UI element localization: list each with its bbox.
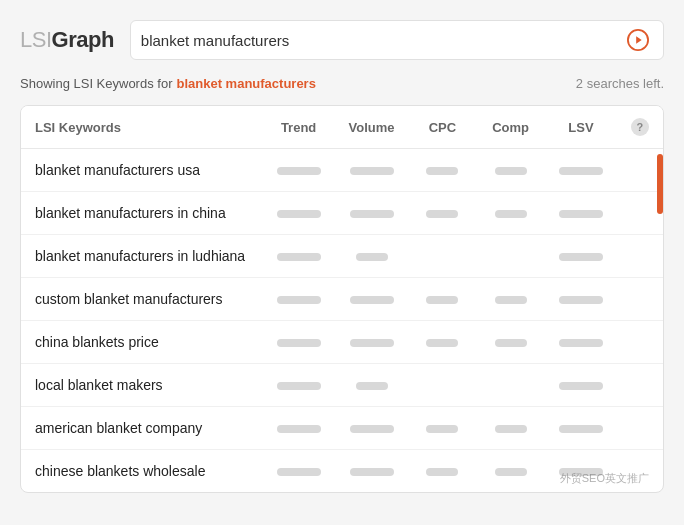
volume-cell (335, 235, 409, 278)
volume-cell (335, 278, 409, 321)
volume-bar (356, 253, 388, 261)
lsv-cell (545, 364, 617, 407)
search-input[interactable] (141, 32, 623, 49)
lsv-bar (559, 339, 603, 347)
lsv-bar (559, 382, 603, 390)
keyword-cell: american blanket company (21, 407, 263, 450)
volume-bar (350, 296, 394, 304)
col-header-cpc[interactable]: CPC (409, 106, 477, 149)
comp-cell (476, 235, 545, 278)
search-button[interactable] (623, 25, 653, 55)
cpc-cell (409, 235, 477, 278)
info-cell (617, 321, 663, 364)
logo-graph: Graph (52, 27, 114, 53)
cpc-bar (426, 339, 458, 347)
trend-bar (277, 253, 321, 261)
table-row[interactable]: chinese blankets wholesale (21, 450, 663, 493)
comp-bar (495, 339, 527, 347)
trend-cell (263, 192, 335, 235)
info-icon[interactable]: ? (631, 118, 649, 136)
cpc-cell (409, 278, 477, 321)
comp-bar (495, 167, 527, 175)
comp-bar (495, 210, 527, 218)
info-cell (617, 235, 663, 278)
trend-bar (277, 296, 321, 304)
cpc-bar (426, 167, 458, 175)
trend-cell (263, 149, 335, 192)
volume-cell (335, 450, 409, 493)
lsv-bar (559, 210, 603, 218)
comp-cell (476, 450, 545, 493)
showing-text: Showing LSI Keywords for (20, 76, 172, 91)
cpc-cell (409, 450, 477, 493)
lsv-cell (545, 450, 617, 493)
volume-cell (335, 364, 409, 407)
cpc-bar (426, 296, 458, 304)
lsv-bar (559, 167, 603, 175)
search-arrow-icon (627, 29, 649, 51)
col-header-volume[interactable]: Volume (335, 106, 409, 149)
keyword-cell: chinese blankets wholesale (21, 450, 263, 493)
lsv-cell (545, 407, 617, 450)
volume-bar (356, 382, 388, 390)
col-header-trend[interactable]: Trend (263, 106, 335, 149)
comp-cell (476, 407, 545, 450)
table-row[interactable]: local blanket makers (21, 364, 663, 407)
trend-cell (263, 450, 335, 493)
keyword-cell: china blankets price (21, 321, 263, 364)
cpc-cell (409, 321, 477, 364)
lsv-bar (559, 296, 603, 304)
table-row[interactable]: blanket manufacturers usa (21, 149, 663, 192)
info-cell (617, 450, 663, 493)
trend-cell (263, 407, 335, 450)
table-body: blanket manufacturers usablanket manufac… (21, 149, 663, 493)
info-cell (617, 407, 663, 450)
searches-left: 2 searches left. (576, 76, 664, 91)
lsv-bar (559, 468, 603, 476)
trend-bar (277, 425, 321, 433)
table-row[interactable]: blanket manufacturers in china (21, 192, 663, 235)
comp-bar (495, 296, 527, 304)
table-row[interactable]: china blankets price (21, 321, 663, 364)
app-container: LSIGraph Showing LSI Keywords for blanke… (0, 0, 684, 525)
cpc-cell (409, 407, 477, 450)
lsv-bar (559, 253, 603, 261)
trend-bar (277, 339, 321, 347)
comp-cell (476, 278, 545, 321)
keyword-cell: blanket manufacturers in ludhiana (21, 235, 263, 278)
comp-cell (476, 321, 545, 364)
cpc-bar (426, 468, 458, 476)
volume-cell (335, 321, 409, 364)
volume-bar (350, 339, 394, 347)
scrollbar-indicator[interactable] (657, 154, 663, 214)
trend-bar (277, 167, 321, 175)
cpc-cell (409, 364, 477, 407)
logo: LSIGraph (20, 27, 114, 53)
col-header-lsv[interactable]: LSV (545, 106, 617, 149)
col-header-info: ? (617, 106, 663, 149)
lsi-table: LSI Keywords Trend Volume CPC Comp LSV ?… (21, 106, 663, 492)
col-header-comp[interactable]: Comp (476, 106, 545, 149)
subtitle: Showing LSI Keywords for blanket manufac… (20, 76, 664, 91)
table-row[interactable]: blanket manufacturers in ludhiana (21, 235, 663, 278)
trend-cell (263, 278, 335, 321)
trend-bar (277, 210, 321, 218)
cpc-cell (409, 149, 477, 192)
keyword-cell: local blanket makers (21, 364, 263, 407)
lsv-bar (559, 425, 603, 433)
cpc-cell (409, 192, 477, 235)
lsv-cell (545, 192, 617, 235)
comp-bar (495, 425, 527, 433)
trend-cell (263, 364, 335, 407)
trend-bar (277, 468, 321, 476)
comp-cell (476, 192, 545, 235)
comp-cell (476, 149, 545, 192)
search-bar (130, 20, 664, 60)
table-row[interactable]: custom blanket manufacturers (21, 278, 663, 321)
header: LSIGraph (20, 20, 664, 60)
comp-bar (495, 468, 527, 476)
logo-lsi: LSI (20, 27, 52, 53)
lsv-cell (545, 321, 617, 364)
table-row[interactable]: american blanket company (21, 407, 663, 450)
trend-cell (263, 321, 335, 364)
